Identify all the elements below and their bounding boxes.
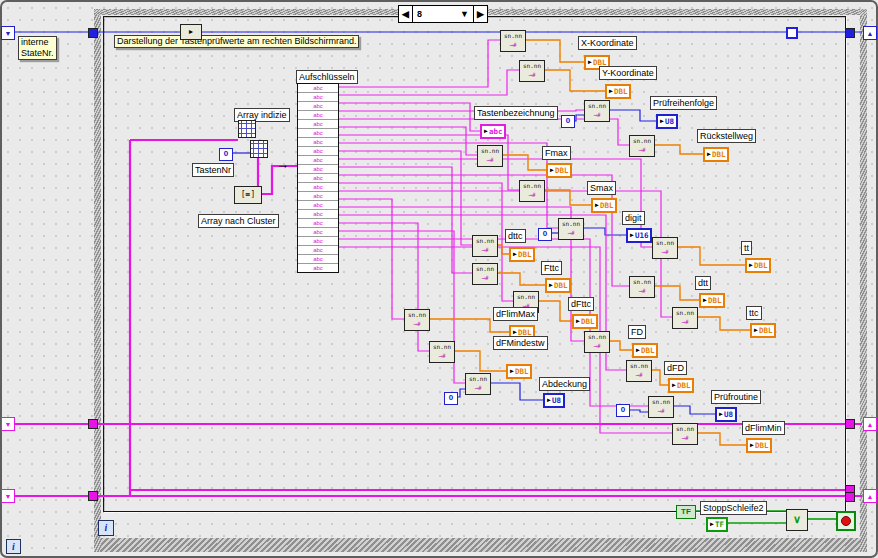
zero-constant[interactable]: 0 <box>538 228 552 241</box>
shift-register-left-icon[interactable]: ▼ <box>1 417 15 431</box>
array-to-cluster-icon[interactable]: [≡] <box>234 186 262 204</box>
unbundle-field[interactable]: abc <box>298 84 338 93</box>
blue-square-node[interactable] <box>786 27 798 39</box>
case-next-icon[interactable]: ▶ <box>474 6 487 22</box>
unbundle-field[interactable]: abc <box>298 129 338 138</box>
terminal-abdeckung[interactable]: ▶U8 <box>543 393 565 408</box>
string-to-number-node[interactable]: sn.nn→# <box>672 307 698 329</box>
index-array-icon[interactable] <box>238 120 256 138</box>
string-to-number-node[interactable]: sn.nn→# <box>477 145 503 167</box>
string-to-number-node[interactable]: sn.nn→# <box>465 373 491 395</box>
terminal-fmax[interactable]: ▶DBL <box>546 163 572 178</box>
string-to-number-node[interactable]: sn.nn→# <box>584 100 610 122</box>
zero-constant[interactable]: 0 <box>444 392 458 405</box>
unbundle-field[interactable]: abc <box>298 219 338 228</box>
outer-iteration-terminal[interactable]: i <box>6 539 21 554</box>
zero-constant[interactable]: 0 <box>561 115 575 128</box>
unbundle-field[interactable]: abc <box>298 120 338 129</box>
string-to-number-node[interactable]: sn.nn→# <box>519 60 545 82</box>
shift-register-left-icon[interactable]: ▼ <box>1 26 15 40</box>
string-to-number-node[interactable]: sn.nn→# <box>472 235 498 257</box>
terminal-y-koordinate[interactable]: ▶DBL <box>605 84 631 99</box>
terminal-tastenbezeichnung[interactable]: ▶abc <box>480 124 506 139</box>
string-to-number-node[interactable]: sn.nn→# <box>648 396 674 418</box>
true-constant[interactable]: TF <box>676 505 696 519</box>
unbundle-field[interactable]: abc <box>298 237 338 246</box>
unbundle-field[interactable]: abc <box>298 264 338 272</box>
unbundle-field[interactable]: abc <box>298 246 338 255</box>
terminal-dttc[interactable]: ▶DBL <box>509 247 535 262</box>
string-to-number-node[interactable]: sn.nn→# <box>584 331 610 353</box>
conv-text: sn.nn <box>649 397 673 406</box>
string-to-number-node[interactable]: sn.nn→# <box>472 263 498 285</box>
string-to-number-node[interactable]: sn.nn→# <box>404 309 430 331</box>
case-prev-icon[interactable]: ◀ <box>399 6 412 22</box>
terminal-fttc[interactable]: ▶DBL <box>545 278 571 293</box>
unbundle-field[interactable]: abc <box>298 183 338 192</box>
shift-register-right-icon[interactable]: ▲ <box>863 417 877 431</box>
string-to-number-node[interactable]: sn.nn→# <box>626 360 652 382</box>
tunnel[interactable] <box>88 419 98 429</box>
unbundle-field[interactable]: abc <box>298 174 338 183</box>
tunnel[interactable] <box>88 28 98 38</box>
unbundle-field[interactable]: abc <box>298 255 338 264</box>
terminal-dtt[interactable]: ▶DBL <box>699 293 725 308</box>
shift-register-left-icon[interactable]: ▼ <box>1 489 15 503</box>
terminal-dfmindestw[interactable]: ▶DBL <box>506 364 532 379</box>
string-to-number-node[interactable]: sn.nn→# <box>429 341 455 363</box>
unbundle-field[interactable]: abc <box>298 201 338 210</box>
terminal-pruefroutine[interactable]: ▶U8 <box>715 407 737 422</box>
shift-register-right-icon[interactable]: ▲ <box>863 26 877 40</box>
conv-text: sn.nn <box>473 236 497 245</box>
string-to-number-node[interactable]: sn.nn→# <box>519 180 545 202</box>
unbundle-field[interactable]: abc <box>298 147 338 156</box>
conv-text: →# <box>630 145 654 154</box>
terminal-dfd[interactable]: ▶DBL <box>668 378 694 393</box>
chevron-down-icon[interactable]: ▼ <box>460 9 469 19</box>
unbundle-field[interactable]: abc <box>298 192 338 201</box>
tastennr-constant[interactable]: 0 <box>219 148 233 161</box>
terminal-pruefreihenfolge[interactable]: ▶U8 <box>656 114 678 129</box>
terminal-dfttc[interactable]: ▶DBL <box>572 314 598 329</box>
terminal-rueckstellweg[interactable]: ▶DBL <box>703 147 729 162</box>
tunnel[interactable] <box>845 492 855 502</box>
string-to-number-node[interactable]: sn.nn→# <box>500 30 526 52</box>
loop-condition-terminal[interactable] <box>836 511 856 531</box>
terminal-digit[interactable]: ▶U16 <box>626 228 652 243</box>
label-tt: tt <box>741 241 752 255</box>
terminal-stoppschleife2[interactable]: ▶TF <box>706 517 728 532</box>
case-selector[interactable]: ◀ 8 ▼ ▶ <box>398 5 488 23</box>
increment-node-icon[interactable]: ▸ <box>180 24 202 40</box>
unbundle-field[interactable]: abc <box>298 228 338 237</box>
zero-constant[interactable]: 0 <box>616 404 630 417</box>
unbundle-field[interactable]: abc <box>298 210 338 219</box>
unbundle-field[interactable]: abc <box>298 102 338 111</box>
unbundle-field[interactable]: abc <box>298 165 338 174</box>
unbundle-field[interactable]: abc <box>298 156 338 165</box>
tunnel[interactable] <box>845 28 855 38</box>
terminal-dflimmin[interactable]: ▶DBL <box>746 438 772 453</box>
string-to-number-node[interactable]: sn.nn→# <box>672 423 698 445</box>
conv-text: →# <box>473 273 497 282</box>
terminal-smax[interactable]: ▶DBL <box>591 198 617 213</box>
label-dfd: dFD <box>664 361 687 375</box>
shift-register-right-icon[interactable]: ▲ <box>863 489 877 503</box>
unbundle-node[interactable]: abc abc abc abc abc abc abc abc abc abc … <box>297 83 339 273</box>
tunnel[interactable] <box>88 491 98 501</box>
string-to-number-node[interactable]: sn.nn→# <box>558 218 584 240</box>
unbundle-field[interactable]: abc <box>298 111 338 120</box>
or-function-icon[interactable]: ∨ <box>786 509 808 531</box>
case-selector-value[interactable]: 8 <box>417 9 422 19</box>
unbundle-field[interactable]: abc <box>298 138 338 147</box>
string-to-number-node[interactable]: sn.nn→# <box>652 237 678 259</box>
string-to-number-node[interactable]: sn.nn→# <box>629 135 655 157</box>
terminal-tt[interactable]: ▶DBL <box>745 258 771 273</box>
string-to-number-node[interactable]: sn.nn→# <box>629 276 655 298</box>
terminal-ttc[interactable]: ▶DBL <box>750 323 776 338</box>
conv-text: sn.nn <box>673 424 697 433</box>
terminal-fd[interactable]: ▶DBL <box>632 343 658 358</box>
iteration-terminal[interactable]: i <box>98 520 114 536</box>
unbundle-field[interactable]: abc <box>298 93 338 102</box>
tunnel[interactable] <box>845 419 855 429</box>
index-array-icon[interactable] <box>250 140 268 158</box>
